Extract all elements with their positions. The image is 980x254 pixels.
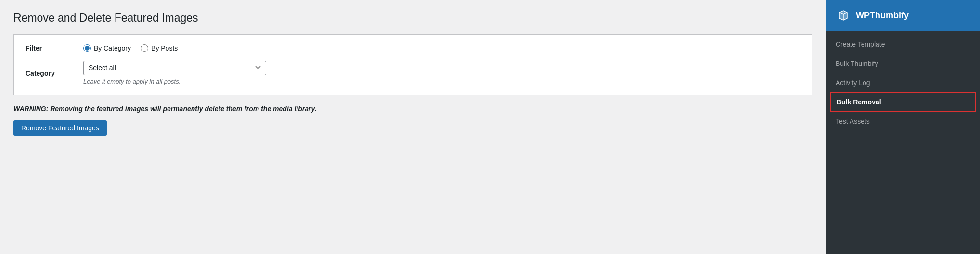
sidebar: WPThumbify Create Template Bulk Thumbify… [826,0,980,254]
sidebar-item-create-template[interactable]: Create Template [826,35,980,54]
filter-row: Filter By Category By Posts [26,44,800,52]
radio-by-posts-label: By Posts [151,44,178,52]
radio-by-category[interactable]: By Category [83,44,131,52]
radio-by-category-input[interactable] [83,44,91,52]
category-row: Category Select all Leave it empty to ap… [26,61,800,85]
sidebar-brand: WPThumbify [856,11,909,21]
sidebar-item-bulk-thumbify[interactable]: Bulk Thumbify [826,54,980,73]
warning-text: WARNING: Removing the featured images wi… [13,105,812,113]
category-label: Category [26,69,83,77]
radio-by-category-label: By Category [94,44,131,52]
category-field: Select all Leave it empty to apply in al… [83,61,266,85]
remove-featured-images-button[interactable]: Remove Featured Images [13,120,107,136]
filter-radio-group: By Category By Posts [83,44,178,52]
sidebar-nav: Create Template Bulk Thumbify Activity L… [826,31,980,135]
category-hint: Leave it empty to apply in all posts. [83,78,266,85]
filter-label: Filter [26,44,83,52]
sidebar-item-activity-log[interactable]: Activity Log [826,73,980,92]
main-content: Remove and Delete Featured Images Filter… [0,0,826,254]
page-title: Remove and Delete Featured Images [13,12,812,25]
category-select[interactable]: Select all [83,61,266,75]
radio-by-posts[interactable]: By Posts [141,44,178,52]
radio-by-posts-input[interactable] [141,44,148,52]
filter-box: Filter By Category By Posts Category Sel… [13,34,812,95]
sidebar-item-test-assets[interactable]: Test Assets [826,112,980,131]
sidebar-header: WPThumbify [826,0,980,31]
sidebar-item-bulk-removal[interactable]: Bulk Removal [830,92,976,112]
wpthumbify-logo-icon [836,8,851,23]
